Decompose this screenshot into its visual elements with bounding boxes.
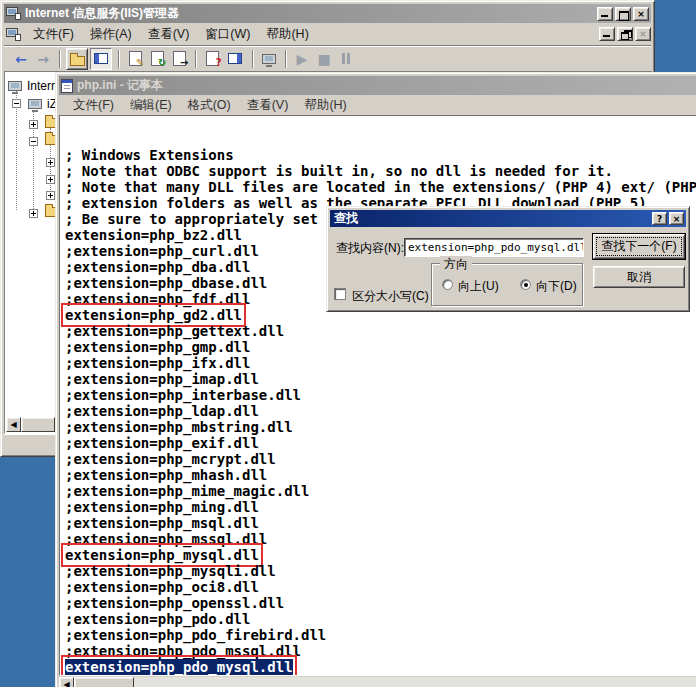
iis-menubar: 文件(F)操作(A)查看(V)窗口(W)帮助(H) × [4, 23, 651, 45]
php-ini-line: ;extension=php_pdo.dll [65, 611, 696, 627]
line-text: ;extension=php_pdo_mssql.dll [65, 643, 301, 659]
forward-icon[interactable]: → [34, 50, 52, 68]
tree-item[interactable]: Interr [8, 79, 55, 93]
tree-expander-plus-icon[interactable] [29, 209, 38, 218]
red-annotated-text: extension=php_gd2.dll [65, 307, 242, 323]
scrollbar-thumb[interactable] [21, 417, 55, 432]
desktop: Internet 信息服务(IIS)管理器 × 文件(F)操作(A)查看(V)窗… [0, 0, 696, 687]
php-ini-line: ;extension=php_ifx.dll [65, 355, 696, 371]
notepad-titlebar[interactable]: php.ini - 记事本 [59, 76, 696, 95]
line-text: ;extension=php_msql.dll [65, 515, 259, 531]
tree-expander-minus-icon[interactable] [12, 99, 21, 108]
minimize-icon[interactable] [597, 7, 613, 21]
tree-expander-plus-icon[interactable] [46, 191, 55, 200]
notepad-text-area[interactable]: ; Windows Extensions; Note that ODBC sup… [59, 115, 696, 676]
mdi-minimize-icon[interactable] [599, 27, 615, 41]
find-next-button[interactable]: 查找下一个(F) [593, 234, 685, 259]
line-text: ;extension=php_dbase.dll [65, 275, 267, 291]
toolbar-separator [195, 50, 196, 68]
panel-icon [94, 53, 108, 64]
show-hide-tree-button[interactable] [90, 48, 112, 70]
mdi-restore-icon[interactable] [617, 27, 633, 41]
computer-icon [8, 81, 22, 91]
match-case-checkbox[interactable] [334, 288, 346, 300]
start-item-icon[interactable]: ▶ [293, 50, 311, 68]
line-text: ;extension=php_oci8.dll [65, 579, 259, 595]
toolbar-separator [285, 50, 286, 68]
back-icon[interactable]: ← [12, 50, 30, 68]
selected-text: extension=php_pdo_mysql.dll [65, 659, 293, 675]
notepad-menu-item-help[interactable]: 帮助(H) [296, 95, 354, 116]
toolbar-separator [252, 50, 253, 68]
tree-item-label: Interr [27, 79, 55, 93]
line-text: ;extension=php_interbase.dll [65, 387, 301, 403]
iis-app-icon [6, 7, 21, 20]
monitor-shape [262, 54, 276, 64]
notepad-window: php.ini - 记事本 文件(F)编辑(E)格式(O)查看(V)帮助(H) … [55, 72, 696, 687]
line-text: ;extension=php_ming.dll [65, 499, 259, 515]
mdi-close-icon-disabled[interactable]: × [635, 27, 651, 41]
panel-icon [228, 53, 242, 64]
php-ini-line: ;extension=php_exif.dll [65, 435, 696, 451]
properties-icon[interactable]: ✎ [126, 50, 144, 68]
help-icon[interactable]: ? [203, 50, 221, 68]
find-what-input[interactable]: extension=php_pdo_mysql.dll [404, 238, 584, 257]
focus-rectangle [596, 237, 682, 256]
scroll-left-arrow-icon[interactable]: ◀ [6, 417, 21, 432]
tree-expander-plus-icon[interactable] [46, 158, 55, 167]
direction-up-radio[interactable] [442, 279, 453, 290]
line-text: ;extension=php_gmp.dll [65, 339, 250, 355]
iis-menu-item-window[interactable]: 窗口(W) [197, 24, 258, 45]
red-annotated-text: extension=php_mysql.dll [65, 547, 259, 563]
notepad-menu-item-format[interactable]: 格式(O) [180, 95, 239, 116]
php-ini-line: ;extension=php_oci8.dll [65, 579, 696, 595]
line-text: ;extension=php_mcrypt.dll [65, 451, 276, 467]
close-icon[interactable]: × [669, 212, 684, 225]
tree-expander-minus-icon[interactable] [29, 137, 38, 146]
iis-toolbar: ←→✎↻→?▶■ [4, 45, 651, 71]
php-ini-line: ;extension=php_mssql.dll [65, 531, 696, 547]
php-ini-line: ;extension=php_gmp.dll [65, 339, 696, 355]
detail-pane-icon[interactable] [224, 48, 246, 70]
cancel-button[interactable]: 取消 [593, 266, 685, 288]
line-text: ;extension=php_pdo_firebird.dll [65, 627, 326, 643]
php-ini-line: ;extension=php_pdo_mssql.dll [65, 643, 696, 659]
notepad-menu-item-view[interactable]: 查看(V) [239, 95, 297, 116]
export-list-icon[interactable]: → [170, 50, 188, 68]
connect-computer-icon[interactable] [260, 50, 278, 68]
stop-item-icon[interactable]: ■ [315, 50, 333, 68]
line-text: ;extension=php_exif.dll [65, 435, 259, 451]
scroll-left-arrow-icon[interactable]: ◀ [59, 677, 74, 687]
help-icon[interactable]: ? [652, 212, 667, 225]
server-icon [28, 99, 42, 109]
iis-titlebar[interactable]: Internet 信息服务(IIS)管理器 × [4, 4, 651, 23]
scrollbar-thumb[interactable] [74, 677, 134, 687]
tree-expander-plus-icon[interactable] [46, 175, 55, 184]
refresh-icon[interactable]: ↻ [148, 50, 166, 68]
line-text: ;extension=php_mime_magic.dll [65, 483, 309, 499]
iis-menu-item-action[interactable]: 操作(A) [82, 24, 140, 45]
maximize-icon[interactable] [615, 7, 631, 21]
tree-expander-plus-icon[interactable] [29, 120, 38, 129]
notepad-window-title: php.ini - 记事本 [77, 77, 163, 94]
iis-menu-item-view[interactable]: 查看(V) [140, 24, 198, 45]
iis-menu-item-help[interactable]: 帮助(H) [258, 24, 316, 45]
php-ini-line: extension=php_mysql.dll [65, 547, 696, 563]
iis-mdi-system-icon[interactable] [6, 28, 21, 41]
find-dialog-titlebar[interactable]: 查找 ? × [330, 210, 686, 227]
help-icon-sheet: ? [206, 51, 219, 66]
pause-item-icon[interactable] [337, 50, 355, 68]
notepad-menu-item-edit[interactable]: 编辑(E) [122, 95, 180, 116]
direction-group-label: 方向 [440, 256, 472, 273]
line-text: ; Windows Extensions [65, 147, 234, 163]
direction-down-radio[interactable] [520, 279, 531, 290]
php-ini-line: ;extension=php_mbstring.dll [65, 419, 696, 435]
close-icon[interactable]: × [633, 7, 649, 21]
line-text: ; Be sure to appropriately set [65, 211, 318, 227]
up-one-level-button[interactable] [66, 48, 88, 70]
iis-window-title: Internet 信息服务(IIS)管理器 [25, 5, 179, 22]
notepad-menu-item-file[interactable]: 文件(F) [65, 95, 122, 116]
notepad-hscrollbar[interactable]: ◀ [59, 677, 696, 687]
php-ini-line: extension=php_pdo_mysql.dll [65, 659, 696, 675]
iis-menu-item-file[interactable]: 文件(F) [25, 24, 82, 45]
